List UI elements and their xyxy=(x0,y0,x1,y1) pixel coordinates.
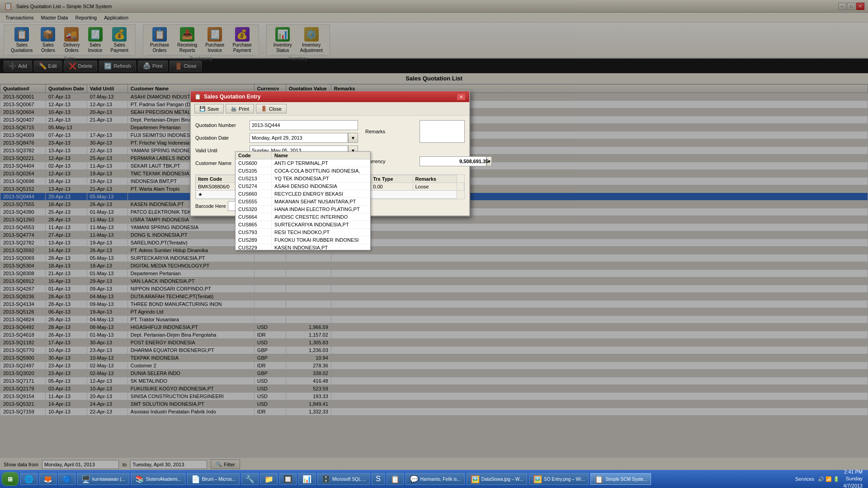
taskbar-app4[interactable]: 📋 xyxy=(387,473,404,485)
taskbar: ⊞ 🌐 🦊 🔵 🖥️ kurniawawan (... 📚 SistemAkad… xyxy=(0,470,868,488)
dropdown-name: MAKANAN SEHAT NUSANTARA,PT xyxy=(272,198,370,206)
dropdown-scroll[interactable]: CUS600ANTI CP TERMINAL,PTCUS105COCA-COLA… xyxy=(236,160,370,250)
modal-print-btn[interactable]: 🖨️ Print xyxy=(226,104,254,113)
taskbar-kurniawawan-label: kurniawawan (... xyxy=(92,477,125,482)
modal-close-btn[interactable]: 🚪 Close xyxy=(256,104,287,113)
taskbar-chrome[interactable]: 🔵 xyxy=(58,473,75,485)
clock-time: 2:41 PM xyxy=(843,469,863,475)
app2-icon: 🔲 xyxy=(283,475,292,483)
dropdown-code-header: Code xyxy=(236,152,272,159)
dropdown-name: HANA INDAH ELECTRO PLATING,PT xyxy=(272,206,370,213)
barcode-label: Barcode Here xyxy=(195,203,226,209)
quotation-date-input[interactable] xyxy=(250,133,348,143)
clock: 2:41 PM Sunday 4/7/2013 xyxy=(843,469,863,488)
modal-toolbar: 💾 Save 🖨️ Print 🚪 Close xyxy=(191,102,469,116)
taskbar-sqlserver[interactable]: 🗄️ Microsoft SQL ... xyxy=(317,473,370,485)
dropdown-code: CUS793 xyxy=(236,229,272,236)
dropdown-item[interactable]: CUS600ANTI CP TERMINAL,PT xyxy=(236,160,370,167)
app3-icon: 📊 xyxy=(302,475,311,483)
taskbar-ie[interactable]: 🌐 xyxy=(20,473,38,485)
s-icon: S xyxy=(376,475,381,483)
app1-icon: 📁 xyxy=(264,475,274,483)
taskbar-soentry[interactable]: 🖼️ SO Entry.png – Wi... xyxy=(529,473,589,485)
dropdown-code: CUS105 xyxy=(236,167,272,175)
vs-icon: 🔧 xyxy=(245,475,255,483)
dropdown-name: AVIDISC CRESTEC INTERINDO xyxy=(272,213,370,221)
taskbar-kurniawawan[interactable]: 🖥️ kurniawawan (... xyxy=(77,473,129,485)
modal-overlay[interactable] xyxy=(0,0,868,488)
taskbar-app1[interactable]: 📁 xyxy=(260,473,278,485)
taskbar-sistem[interactable]: 📚 SistemAkademi... xyxy=(131,473,185,485)
dropdown-name: RECYCLED ENERGY BEKASI xyxy=(272,190,370,198)
modal-close-icon: 🚪 xyxy=(261,106,267,112)
taskbar-harmanto[interactable]: 💬 Harmanto, Felik is... xyxy=(406,473,465,485)
remarks-row: Remarks xyxy=(365,120,465,143)
taskbar-soentry-label: SO Entry.png – Wi... xyxy=(544,477,585,482)
dropdown-code: CUS555 xyxy=(236,198,272,206)
dropdown-item[interactable]: CUS793RESI TECH INDOKO,PT xyxy=(236,229,370,236)
services-label: Services xyxy=(795,476,814,482)
dropdown-name: KASEN INDONESIA,PT xyxy=(272,244,370,250)
dropdown-item[interactable]: CUS229KASEN INDONESIA,PT xyxy=(236,244,370,250)
dropdown-header: Code Name xyxy=(236,152,370,160)
dropdown-code: CUS289 xyxy=(236,236,272,244)
dropdown-item[interactable]: CUS664AVIDISC CRESTEC INTERINDO xyxy=(236,213,370,221)
modal-title-text: Sales Quotation Entry xyxy=(204,94,260,100)
taskbar-vs[interactable]: 🔧 xyxy=(241,473,259,485)
dropdown-item[interactable]: CUS555MAKANAN SEHAT NUSANTARA,PT xyxy=(236,198,370,206)
taskbar-app3[interactable]: 📊 xyxy=(298,473,316,485)
taskbar-harmanto-label: Harmanto, Felik is... xyxy=(420,477,461,482)
dropdown-name: COCA-COLA BOTTLING INDONESIA, xyxy=(272,167,370,175)
taskbar-firefox[interactable]: 🦊 xyxy=(39,473,57,485)
taskbar-datasiswa[interactable]: 🖼️ DataSiswa.jpg – W... xyxy=(467,473,527,485)
dropdown-code: CUS229 xyxy=(236,244,272,250)
dropdown-item[interactable]: CUS274ASAHI DENSO INDONESIA xyxy=(236,183,370,190)
taskbar-s[interactable]: S xyxy=(372,473,385,485)
taskbar-sqlserver-label: Microsoft SQL ... xyxy=(332,477,366,482)
sistem-icon: 📚 xyxy=(135,475,144,483)
dropdown-code: CUS320 xyxy=(236,206,272,213)
dropdown-name: RESI TECH INDOKO,PT xyxy=(272,229,370,236)
clock-day: Sunday xyxy=(843,475,863,482)
dropdown-item[interactable]: CUS213YQ TEK INDONESIA,PT xyxy=(236,175,370,183)
quotation-date-picker-btn[interactable]: ▼ xyxy=(348,133,358,143)
start-button[interactable]: ⊞ xyxy=(2,472,19,486)
dropdown-item[interactable]: CUS289FUKOKU TOKAI RUBBER INDONESI xyxy=(236,236,370,244)
taskbar-biruni[interactable]: 📄 Biruni – Micros... xyxy=(187,473,240,485)
dropdown-name-header: Name xyxy=(272,152,370,159)
taskbar-scm[interactable]: 📋 Simple SCM Syste... xyxy=(590,473,651,485)
currency-row: Currency ▼ 9,508,691.35 xyxy=(365,156,465,166)
system-tray: Services 🔊 📶 🔋 2:41 PM Sunday 4/7/2013 xyxy=(792,469,866,488)
dropdown-code: CUS865 xyxy=(236,221,272,229)
soentry-icon: 🖼️ xyxy=(533,475,542,483)
save-icon: 💾 xyxy=(199,106,206,112)
inner-table-cell: 0.00 xyxy=(371,183,413,191)
dropdown-name: SURTECKARIYA INDONESIA,PT xyxy=(272,221,370,229)
dropdown-item[interactable]: CUS105COCA-COLA BOTTLING INDONESIA, xyxy=(236,167,370,175)
quotation-number-input[interactable] xyxy=(250,120,358,130)
modal-title-bar: 📋 Sales Quotation Entry ✕ xyxy=(191,91,469,102)
taskbar-scm-label: Simple SCM Syste... xyxy=(605,477,647,482)
dropdown-item[interactable]: CUS320HANA INDAH ELECTRO PLATING,PT xyxy=(236,206,370,213)
inner-col-trx-type: Trx Type xyxy=(371,175,413,183)
modal-title-icon: 📋 xyxy=(194,94,201,100)
taskbar-app2[interactable]: 🔲 xyxy=(279,473,297,485)
modal-close-x-btn[interactable]: ✕ xyxy=(457,93,466,100)
inner-table-cell xyxy=(457,183,464,191)
biruni-icon: 📄 xyxy=(191,475,200,483)
sqlserver-icon: 🗄️ xyxy=(321,475,330,483)
kurniawawan-icon: 🖥️ xyxy=(81,475,90,483)
firefox-icon: 🦊 xyxy=(43,475,52,483)
dropdown-item[interactable]: CUS865SURTECKARIYA INDONESIA,PT xyxy=(236,221,370,229)
tray-icons: 🔊 📶 🔋 xyxy=(818,476,840,482)
remarks-input[interactable] xyxy=(420,120,465,143)
modal-save-btn[interactable]: 💾 Save xyxy=(194,104,224,113)
clock-date: 4/7/2013 xyxy=(843,483,863,488)
scm-icon: 📋 xyxy=(594,475,604,483)
dropdown-name: ASAHI DENSO INDONESIA xyxy=(272,183,370,190)
remarks-label: Remarks xyxy=(365,129,420,134)
amount-value: 9,508,691.35 xyxy=(459,159,488,164)
currency-label: Currency xyxy=(365,159,420,164)
dropdown-item[interactable]: CUS660RECYCLED ENERGY BEKASI xyxy=(236,190,370,198)
quotation-number-label: Quotation Number xyxy=(195,122,250,128)
